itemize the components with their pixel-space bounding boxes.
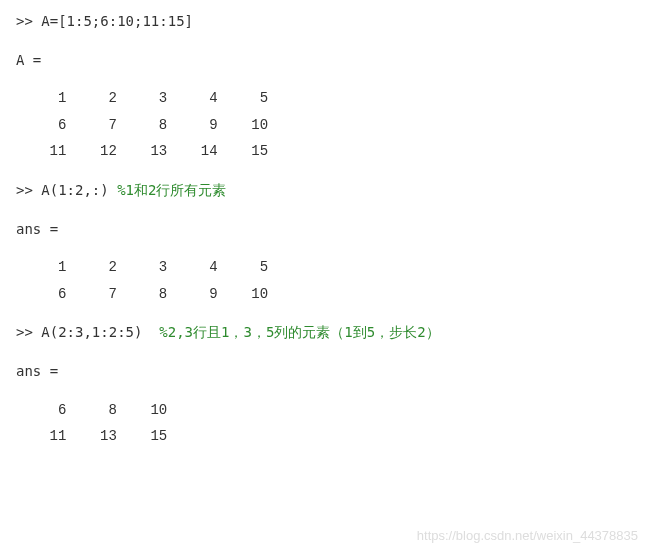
code-3: A(2:3,1:2:5) xyxy=(41,324,159,340)
comment-2: %1和2行所有元素 xyxy=(117,182,226,198)
command-line-3: >> A(2:3,1:2:5) %2,3行且1，3，5列的元素（1到5，步长2） xyxy=(16,319,634,346)
comment-3: %2,3行且1，3，5列的元素（1到5，步长2） xyxy=(159,324,439,340)
command-line-1: >> A=[1:5;6:10;11:15] xyxy=(16,8,634,35)
prompt-1: >> xyxy=(16,13,41,29)
output-label-A: A = xyxy=(16,47,634,74)
matrix-A: 1 2 3 4 5 6 7 8 9 10 11 12 13 14 15 xyxy=(16,85,634,165)
command-line-2: >> A(1:2,:) %1和2行所有元素 xyxy=(16,177,634,204)
watermark-text: https://blog.csdn.net/weixin_44378835 xyxy=(417,524,638,549)
input-line-3: >> A(2:3,1:2:5) %2,3行且1，3，5列的元素（1到5，步长2） xyxy=(16,319,634,346)
matrix-ans2: 6 8 10 11 13 15 xyxy=(16,397,634,450)
matrix-row: 6 8 10 xyxy=(16,397,634,424)
matrix-row: 6 7 8 9 10 xyxy=(16,281,634,308)
input-line-2: >> A(1:2,:) %1和2行所有元素 xyxy=(16,177,634,204)
matrix-row: 11 12 13 14 15 xyxy=(16,138,634,165)
matrix-row: 6 7 8 9 10 xyxy=(16,112,634,139)
prompt-3: >> xyxy=(16,324,41,340)
output-label-ans1: ans = xyxy=(16,216,634,243)
prompt-2: >> xyxy=(16,182,41,198)
input-line-1: >> A=[1:5;6:10;11:15] xyxy=(16,8,634,35)
matrix-row: 1 2 3 4 5 xyxy=(16,85,634,112)
code-2: A(1:2,:) xyxy=(41,182,117,198)
matrix-row: 11 13 15 xyxy=(16,423,634,450)
output-label-ans2: ans = xyxy=(16,358,634,385)
matrix-row: 1 2 3 4 5 xyxy=(16,254,634,281)
matrix-ans1: 1 2 3 4 5 6 7 8 9 10 xyxy=(16,254,634,307)
code-1: A=[1:5;6:10;11:15] xyxy=(41,13,193,29)
